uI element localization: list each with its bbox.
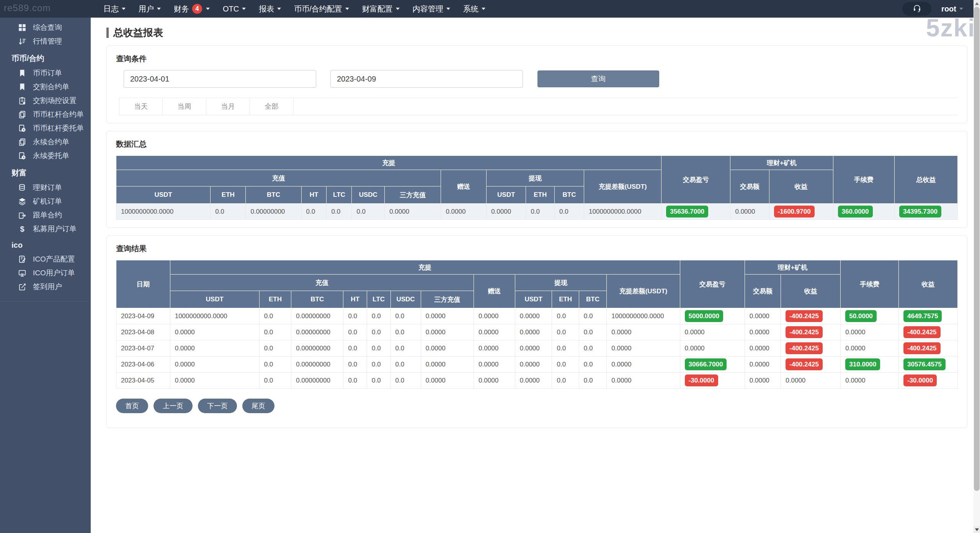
last-page-button[interactable]: 尾页 xyxy=(242,399,274,413)
header-coin: BTC xyxy=(246,186,301,204)
table-cell: 0.0000 xyxy=(421,373,474,389)
sidebar-section-3: 币币/合约 xyxy=(0,48,91,66)
search-button[interactable]: 查询 xyxy=(537,70,659,87)
table-cell: 0.0000 xyxy=(170,324,259,340)
sidebar-item-17[interactable]: ICO产品配置 xyxy=(0,252,91,266)
chevron-down-icon xyxy=(277,8,281,10)
table-cell: 0.0 xyxy=(343,356,367,373)
table-cell: 2023-04-09 xyxy=(116,308,170,324)
sidebar-item-2[interactable]: 行情管理 xyxy=(0,34,91,48)
header-wealth: 理财+矿机 xyxy=(745,260,841,275)
table-cell: 0.0 xyxy=(390,308,421,324)
nav-item-6[interactable]: 币币/合约配置 xyxy=(287,0,356,18)
date-to-input[interactable] xyxy=(330,70,523,88)
sidebar-item-8[interactable]: 币币杠杆委托单 xyxy=(0,121,91,135)
quick-filter-3[interactable]: 当月 xyxy=(206,98,250,115)
next-page-button[interactable]: 下一页 xyxy=(198,399,237,413)
header-coin: BTC xyxy=(291,291,343,308)
doc-edit-icon xyxy=(18,255,27,264)
nav-item-2[interactable]: 用户 xyxy=(132,0,167,18)
sidebar-item-14[interactable]: 跟单合约 xyxy=(0,208,91,222)
table-cell: 0.0 xyxy=(259,340,291,356)
header-profit: 收益 xyxy=(769,170,833,204)
first-page-button[interactable]: 首页 xyxy=(116,399,148,413)
table-cell: 0.0000 xyxy=(474,373,515,389)
header-coin: USDT xyxy=(515,291,552,308)
table-cell: -400.2425 xyxy=(781,356,841,373)
scrollbar-thumb[interactable] xyxy=(974,7,980,491)
triangle-down-icon xyxy=(975,528,979,531)
table-cell: 0.0 xyxy=(367,356,390,373)
table-cell: 0.0 xyxy=(343,340,367,356)
results-panel: 查询结果 日期 充提 交易盈亏 理财+矿机 手续费 收益 充值 xyxy=(106,235,967,428)
table-row: 1000000000.00000.00.000000000.00.00.00.0… xyxy=(116,204,958,220)
sidebar-item-19[interactable]: 签到用户 xyxy=(0,280,91,294)
table-cell: 5000.0000 xyxy=(680,308,745,324)
table-cell: -400.2425 xyxy=(781,324,841,340)
quick-filter-1[interactable]: 当天 xyxy=(119,98,163,115)
sidebar-item-label: ICO产品配置 xyxy=(33,254,75,264)
nav-item-4[interactable]: OTC xyxy=(216,0,252,18)
table-cell: 0.0 xyxy=(343,308,367,324)
quick-filter-4[interactable]: 全部 xyxy=(250,98,294,115)
table-cell: 0.00000000 xyxy=(291,340,343,356)
header-coin: HT xyxy=(343,291,367,308)
nav-item-8[interactable]: 内容管理 xyxy=(406,0,457,18)
sidebar-item-12[interactable]: 理财订单 xyxy=(0,181,91,195)
nav-item-3[interactable]: 财务4 xyxy=(167,0,216,18)
table-cell: 0.0 xyxy=(367,308,390,324)
sidebar-item-4[interactable]: 币币订单 xyxy=(0,66,91,80)
sidebar-item-15[interactable]: $私募用户订单 xyxy=(0,222,91,236)
sidebar-item-18[interactable]: ICO用户订单 xyxy=(0,266,91,280)
scroll-down-button[interactable] xyxy=(973,526,980,533)
table-row: 2023-04-050.00000.00.000000000.00.00.00.… xyxy=(116,373,958,389)
table-cell: 0.0 xyxy=(579,340,607,356)
scroll-up-button[interactable] xyxy=(973,0,980,7)
table-cell: 34395.7300 xyxy=(895,204,958,220)
table-cell: 310.0000 xyxy=(841,356,899,373)
table-cell: 0.0000 xyxy=(515,308,552,324)
summary-table: 充提 交易盈亏 理财+矿机 手续费 总收益 充值 赠送 提现 充提差额(USDT… xyxy=(116,155,958,220)
nav-item-label: 财富配置 xyxy=(362,4,393,14)
table-cell: 0.0000 xyxy=(421,356,474,373)
quick-filter-2[interactable]: 当周 xyxy=(163,98,206,115)
table-cell: 0.0000 xyxy=(607,356,680,373)
date-from-input[interactable] xyxy=(124,70,316,88)
header-coin: ETH xyxy=(211,186,246,204)
sidebar-item-13[interactable]: 矿机订单 xyxy=(0,195,91,208)
sidebar-item-label: 交割合约单 xyxy=(33,82,69,92)
value-badge-red: -400.2425 xyxy=(786,326,823,338)
table-cell: 0.0000 xyxy=(515,356,552,373)
sidebar-item-label: 签到用户 xyxy=(33,282,62,292)
header-coin: 三方充值 xyxy=(421,291,474,308)
table-cell: 0.0000 xyxy=(607,324,680,340)
nav-item-7[interactable]: 财富配置 xyxy=(356,0,406,18)
table-cell: 0.0000 xyxy=(421,340,474,356)
nav-item-9[interactable]: 系统 xyxy=(457,0,492,18)
sidebar-item-9[interactable]: 永续合约单 xyxy=(0,135,91,149)
user-menu[interactable]: root xyxy=(941,5,963,13)
table-cell: 0.0000 xyxy=(474,356,515,373)
table-cell: 0.0000 xyxy=(730,204,769,220)
sidebar-item-5[interactable]: 交割合约单 xyxy=(0,80,91,94)
table-cell: 0.0 xyxy=(552,356,579,373)
header-coin: USDT xyxy=(170,291,259,308)
sidebar-item-10[interactable]: 永续委托单 xyxy=(0,149,91,163)
sidebar-item-1[interactable]: 综合查询 xyxy=(0,21,91,34)
prev-page-button[interactable]: 上一页 xyxy=(154,399,193,413)
table-cell: 30576.4575 xyxy=(899,356,958,373)
nav-item-1[interactable]: 日志 xyxy=(97,0,132,18)
table-cell: 0.0000 xyxy=(170,373,259,389)
sidebar-item-6[interactable]: 交割场控设置 xyxy=(0,94,91,108)
nav-item-5[interactable]: 报表 xyxy=(252,0,287,18)
header-zengsong: 赠送 xyxy=(441,170,487,204)
table-cell: 0.00000000 xyxy=(246,204,301,220)
sidebar-item-label: 理财订单 xyxy=(33,183,62,193)
sidebar-item-label: 综合查询 xyxy=(33,23,62,33)
notification-badge: 4 xyxy=(192,4,202,14)
table-cell: 0.0000 xyxy=(474,340,515,356)
table-cell: 0.0 xyxy=(579,356,607,373)
table-cell: 0.00000000 xyxy=(291,324,343,340)
sidebar-item-7[interactable]: 币币杠杆合约单 xyxy=(0,108,91,121)
nav-item-label: 用户 xyxy=(139,4,154,14)
